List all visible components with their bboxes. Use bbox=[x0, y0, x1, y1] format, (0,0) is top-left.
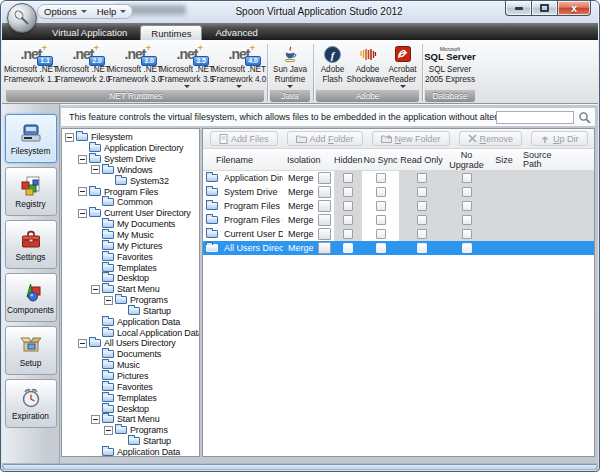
isolation-dropdown-button[interactable] bbox=[318, 242, 331, 254]
no-sync-checkbox[interactable] bbox=[376, 173, 386, 183]
collapse-expander-icon[interactable] bbox=[78, 209, 87, 218]
tree-item[interactable]: Application Directory bbox=[62, 143, 199, 154]
tree-item[interactable]: My Pictures bbox=[62, 240, 199, 251]
column-header-hidden[interactable]: Hidden bbox=[334, 155, 362, 165]
add-folder-button[interactable]: Add Folder bbox=[287, 131, 363, 146]
remove-button[interactable]: Remove bbox=[459, 131, 523, 146]
hidden-checkbox[interactable] bbox=[343, 229, 353, 239]
options-menu[interactable]: Options bbox=[44, 6, 87, 17]
read-only-checkbox[interactable] bbox=[417, 187, 427, 197]
tree-item[interactable]: Startup bbox=[62, 436, 199, 447]
tree-item[interactable]: Filesystem bbox=[62, 132, 199, 143]
tree-item[interactable]: Current User Directory bbox=[62, 208, 199, 219]
column-header-filename[interactable]: Filename bbox=[203, 155, 283, 165]
tree-item[interactable]: Programs bbox=[62, 425, 199, 436]
collapse-expander-icon[interactable] bbox=[65, 133, 74, 142]
tree-item[interactable]: Templates bbox=[62, 262, 199, 273]
isolation-dropdown-button[interactable] bbox=[318, 186, 331, 198]
sidebar-item-components[interactable]: Components bbox=[5, 273, 57, 322]
table-row[interactable]: Program Files Merge bbox=[203, 199, 594, 213]
tree-item[interactable]: Windows bbox=[62, 165, 199, 176]
no-sync-checkbox[interactable] bbox=[376, 243, 386, 253]
net-framework-11-button[interactable]: net+1.1 Microsoft .NETFramework 1.1 bbox=[5, 42, 57, 90]
table-row[interactable]: Program Files (x86) Merge bbox=[203, 213, 594, 227]
no-sync-checkbox[interactable] bbox=[376, 215, 386, 225]
tab-advanced[interactable]: Advanced bbox=[205, 25, 267, 40]
tree-item[interactable]: System32 bbox=[62, 175, 199, 186]
no-upgrade-checkbox[interactable] bbox=[462, 173, 472, 183]
acrobat-reader-button[interactable]: AcrobatReader bbox=[385, 42, 420, 90]
table-row[interactable]: System Drive Merge bbox=[203, 185, 594, 199]
net-framework-35-button[interactable]: net+3.5 Microsoft .NETFramework 3.5 bbox=[161, 42, 213, 90]
read-only-checkbox[interactable] bbox=[417, 173, 427, 183]
collapse-expander-icon[interactable] bbox=[78, 339, 87, 348]
tab-runtimes[interactable]: Runtimes bbox=[140, 25, 202, 40]
up-dir-button[interactable]: Up Dir bbox=[531, 131, 588, 146]
tree-item[interactable]: Programs bbox=[62, 295, 199, 306]
tree-item[interactable]: Application Data bbox=[62, 316, 199, 327]
new-folder-button[interactable]: New Folder bbox=[372, 131, 450, 146]
tree-item[interactable]: Start Menu bbox=[62, 414, 199, 425]
tree-item[interactable]: Desktop bbox=[62, 403, 199, 414]
no-upgrade-checkbox[interactable] bbox=[462, 243, 472, 253]
hidden-checkbox[interactable] bbox=[343, 215, 353, 225]
minimize-button[interactable] bbox=[505, 1, 531, 16]
isolation-dropdown-button[interactable] bbox=[318, 228, 331, 240]
no-sync-checkbox[interactable] bbox=[376, 187, 386, 197]
hidden-checkbox[interactable] bbox=[343, 201, 353, 211]
tree-item[interactable]: Local Application Data bbox=[62, 327, 199, 338]
column-header-read-only[interactable]: Read Only bbox=[399, 155, 444, 165]
isolation-dropdown-button[interactable] bbox=[318, 172, 331, 184]
net-framework-40-button[interactable]: net+4.0 Microsoft .NETFramework 4.0 bbox=[213, 42, 265, 90]
sql-server-2005-button[interactable]: Microsoft SQL Server SQL Server2005 Expr… bbox=[424, 42, 476, 90]
add-files-button[interactable]: Add Files bbox=[210, 131, 278, 146]
search-input[interactable] bbox=[496, 111, 574, 124]
read-only-checkbox[interactable] bbox=[417, 243, 427, 253]
tree-item[interactable]: Desktop bbox=[62, 273, 199, 284]
column-header-isolation[interactable]: Isolation bbox=[283, 155, 334, 165]
collapse-expander-icon[interactable] bbox=[78, 187, 87, 196]
column-header-no-sync[interactable]: No Sync bbox=[362, 155, 399, 165]
table-row[interactable]: Current User Directory Merge bbox=[203, 227, 594, 241]
table-row-selected[interactable]: All Users Directory Merge bbox=[203, 241, 594, 255]
help-menu[interactable]: Help bbox=[97, 6, 127, 17]
tab-virtual-application[interactable]: Virtual Application bbox=[42, 25, 137, 40]
tree-item[interactable]: Music bbox=[62, 360, 199, 371]
no-upgrade-checkbox[interactable] bbox=[462, 229, 472, 239]
maximize-button[interactable] bbox=[531, 1, 557, 16]
isolation-dropdown-button[interactable] bbox=[318, 214, 331, 226]
tree-item[interactable]: Templates bbox=[62, 392, 199, 403]
no-sync-checkbox[interactable] bbox=[376, 201, 386, 211]
collapse-expander-icon[interactable] bbox=[91, 415, 100, 424]
tree-item[interactable]: Pictures bbox=[62, 371, 199, 382]
hidden-checkbox[interactable] bbox=[343, 173, 353, 183]
tree-item[interactable]: Startup bbox=[62, 306, 199, 317]
tree-item[interactable]: Favorites bbox=[62, 381, 199, 392]
collapse-expander-icon[interactable] bbox=[104, 426, 113, 435]
tree-item[interactable]: Program Files bbox=[62, 186, 199, 197]
collapse-expander-icon[interactable] bbox=[91, 165, 100, 174]
close-button[interactable]: x bbox=[557, 1, 591, 16]
tree-item[interactable]: Favorites bbox=[62, 251, 199, 262]
adobe-shockwave-button[interactable]: AdobeShockwave bbox=[350, 42, 385, 90]
column-header-size[interactable]: Size bbox=[489, 155, 519, 165]
hidden-checkbox[interactable] bbox=[343, 243, 353, 253]
sidebar-item-registry[interactable]: Registry bbox=[5, 167, 57, 216]
no-sync-checkbox[interactable] bbox=[376, 229, 386, 239]
tree-item[interactable]: My Music bbox=[62, 230, 199, 241]
app-logo-icon[interactable] bbox=[7, 3, 37, 33]
sidebar-item-settings[interactable]: Settings bbox=[5, 220, 57, 269]
read-only-checkbox[interactable] bbox=[417, 215, 427, 225]
no-upgrade-checkbox[interactable] bbox=[462, 201, 472, 211]
tree-item[interactable]: All Users Directory bbox=[62, 338, 199, 349]
tree-item[interactable]: Application Data bbox=[62, 446, 199, 457]
collapse-expander-icon[interactable] bbox=[91, 285, 100, 294]
read-only-checkbox[interactable] bbox=[417, 201, 427, 211]
net-framework-30-button[interactable]: net+3.0 Microsoft .NETFramework 3.0 bbox=[109, 42, 161, 90]
hidden-checkbox[interactable] bbox=[343, 187, 353, 197]
column-header-no-upgrade[interactable]: No Upgrade bbox=[444, 150, 489, 170]
no-upgrade-checkbox[interactable] bbox=[462, 187, 472, 197]
sun-java-runtime-button[interactable]: Sun JavaRuntime bbox=[269, 42, 311, 90]
tree-item[interactable]: My Documents bbox=[62, 219, 199, 230]
isolation-dropdown-button[interactable] bbox=[318, 200, 331, 212]
